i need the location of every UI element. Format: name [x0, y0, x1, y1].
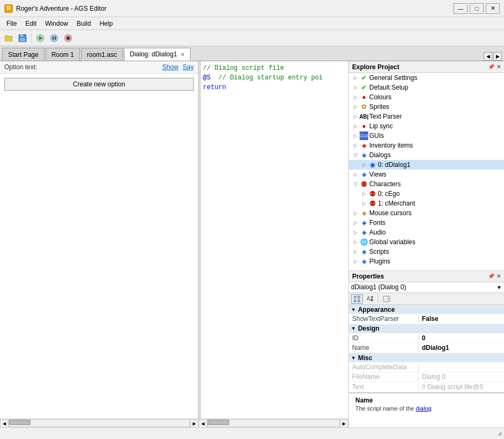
option-header: Option text: Show Say [0, 61, 198, 74]
tree-item-cmerchant[interactable]: ▷ ⚉ 1: cMerchant [349, 199, 504, 208]
left-hscroll-right-btn[interactable]: ▶ [190, 419, 199, 428]
menu-build[interactable]: Build [72, 19, 96, 28]
explore-pin-icon[interactable]: 📌 [488, 64, 494, 70]
toolbar-stop[interactable] [62, 32, 75, 44]
tree-icon-colours: ● [360, 93, 368, 101]
tab-room1-asc-label: room1.asc [87, 51, 117, 58]
prop-alphabetic-btn[interactable]: AZ [364, 294, 376, 304]
properties-description: Name The script name of the dialog [349, 392, 504, 427]
properties-close-icon[interactable]: ✕ [496, 273, 501, 279]
close-button[interactable]: ✕ [486, 3, 500, 14]
tree-label-sprites: Sprites [369, 103, 389, 111]
tree-item-audio[interactable]: ▷ ◈ Audio [349, 228, 504, 237]
tree-icon-audio: ◈ [360, 228, 368, 237]
tree-item-views[interactable]: ▷ ◈ Views [349, 170, 504, 179]
desc-text-content: The script name of the [355, 405, 414, 412]
tree-label-fonts: Fonts [369, 219, 385, 226]
right-hscroll-thumb[interactable] [208, 420, 229, 425]
show-button[interactable]: Show [162, 63, 178, 71]
say-button[interactable]: Say [182, 63, 194, 71]
menu-edit[interactable]: Edit [21, 19, 41, 28]
left-hscroll-thumb[interactable] [9, 420, 31, 425]
menu-file[interactable]: File [2, 19, 21, 28]
prop-props-btn[interactable] [381, 294, 392, 304]
tab-room1-label: Room 1 [52, 51, 74, 58]
tree-icon-global-variables: 🌐 [360, 238, 368, 246]
tab-start-page[interactable]: Start Page [2, 48, 45, 61]
tab-dialog[interactable]: Dialog: dDialog1 ✕ [124, 48, 191, 61]
tree-item-dialogs[interactable]: ▽ ◈ Dialogs [349, 150, 504, 160]
explore-tree: ▷ ✔ General Settings ▷ ✔ Default Setup ▷… [349, 73, 504, 270]
menu-window[interactable]: Window [41, 19, 72, 28]
tree-label-text-parser: Text Parser [369, 113, 402, 120]
tree-item-global-variables[interactable]: ▷ 🌐 Global variables [349, 237, 504, 247]
tree-icon-views: ◈ [360, 170, 368, 179]
option-text-label: Option text: [4, 63, 158, 71]
prop-name-autocomplete: AutoCompleteData [349, 363, 419, 371]
dialog-options-panel: Option text: Show Say Create new option [0, 61, 199, 427]
tab-nav-left[interactable]: ◀ [484, 52, 492, 61]
right-hscroll-right-btn[interactable]: ▶ [340, 419, 348, 428]
toolbar-open[interactable] [2, 32, 15, 44]
tree-icon-text-parser: AB| [360, 112, 368, 121]
prop-name-show-text-parser: ShowTextParser [349, 315, 419, 323]
right-panels: Explore Project 📌 ✕ ▷ ✔ General Settings… [348, 61, 504, 427]
tree-item-cego[interactable]: ▷ ⚉ 0: cEgo [349, 189, 504, 199]
app-title: Roger's Adventure - AGS Editor [16, 5, 454, 12]
tree-item-lip-sync[interactable]: ▷ ● Lip sync [349, 121, 504, 131]
tree-icon-lip-sync: ● [360, 122, 368, 130]
prop-section-misc-label: Misc [358, 354, 372, 362]
tab-nav-right[interactable]: ▶ [493, 52, 502, 61]
properties-header: Properties 📌 ✕ [349, 271, 504, 282]
tree-item-default-setup[interactable]: ▷ ✔ Default Setup [349, 83, 504, 92]
tab-dialog-close[interactable]: ✕ [180, 52, 185, 57]
tree-item-plugins[interactable]: ▷ ◈ Plugins [349, 257, 504, 266]
explore-controls: 📌 ✕ [488, 64, 501, 70]
tree-label-characters: Characters [369, 180, 401, 188]
script-editor[interactable]: // Dialog script file @S // Dialog start… [201, 61, 348, 420]
prop-value-name: dDialog1 [419, 344, 504, 352]
left-hscroll-left-btn[interactable]: ◀ [0, 419, 9, 428]
properties-pin-icon[interactable]: 📌 [488, 273, 494, 279]
maximize-button[interactable]: □ [470, 3, 484, 14]
create-new-option-button[interactable]: Create new option [4, 78, 194, 91]
minimize-button[interactable]: — [454, 3, 468, 14]
tree-item-mouse-cursors[interactable]: ▷ ◈ Mouse cursors [349, 208, 504, 218]
tree-item-scripts[interactable]: ▷ ◈ Scripts [349, 247, 504, 257]
prop-sep [378, 294, 378, 304]
tree-item-inventory[interactable]: ▷ ◈ Inventory items [349, 141, 504, 150]
tree-item-text-parser[interactable]: ▷ AB| Text Parser [349, 112, 504, 121]
toolbar-run[interactable] [34, 32, 47, 44]
toolbar-save[interactable] [16, 32, 29, 44]
tab-room1[interactable]: Room 1 [46, 48, 80, 61]
tree-item-fonts[interactable]: ▷ ◈ Fonts [349, 218, 504, 228]
tree-item-sprites[interactable]: ▷ ✿ Sprites [349, 102, 504, 112]
prop-categorized-btn[interactable] [351, 294, 363, 304]
tree-item-colours[interactable]: ▷ ● Colours [349, 92, 504, 102]
menu-help[interactable]: Help [95, 19, 117, 28]
tree-item-ddialog1[interactable]: ▷ ◉ 0: dDialog1 [349, 160, 504, 170]
svg-rect-14 [357, 296, 360, 297]
options-list [0, 95, 198, 427]
svg-rect-21 [384, 297, 386, 301]
bottom-scrollbar-area: ◀ ▶ ◀ ▶ [0, 419, 348, 427]
desc-link[interactable]: dialog [416, 405, 432, 412]
tree-icon-fonts: ◈ [360, 218, 368, 227]
toolbar-pause[interactable] [48, 32, 61, 44]
prop-value-text: // Dialog script file@S [419, 383, 504, 391]
properties-dropdown[interactable]: dDialog1 (Dialog 0) ▼ [349, 282, 504, 294]
properties-dropdown-label: dDialog1 (Dialog 0) [351, 283, 406, 291]
app-icon-letter: R [6, 5, 10, 11]
explore-close-icon[interactable]: ✕ [496, 64, 501, 70]
svg-rect-16 [354, 299, 356, 302]
properties-toolbar: AZ [349, 293, 504, 305]
tree-item-characters[interactable]: ▽ ⚉ Characters [349, 179, 504, 189]
right-hscroll-left-btn[interactable]: ◀ [199, 419, 207, 428]
svg-rect-13 [354, 296, 356, 298]
tree-item-guis[interactable]: ▷ GUI GUIs [349, 131, 504, 141]
svg-rect-10 [55, 36, 56, 40]
tab-room1-asc[interactable]: room1.asc [81, 48, 123, 61]
tree-label-guis: GUIs [369, 132, 384, 140]
tree-item-general-settings[interactable]: ▷ ✔ General Settings [349, 73, 504, 83]
desc-text: The script name of the dialog [352, 405, 501, 412]
